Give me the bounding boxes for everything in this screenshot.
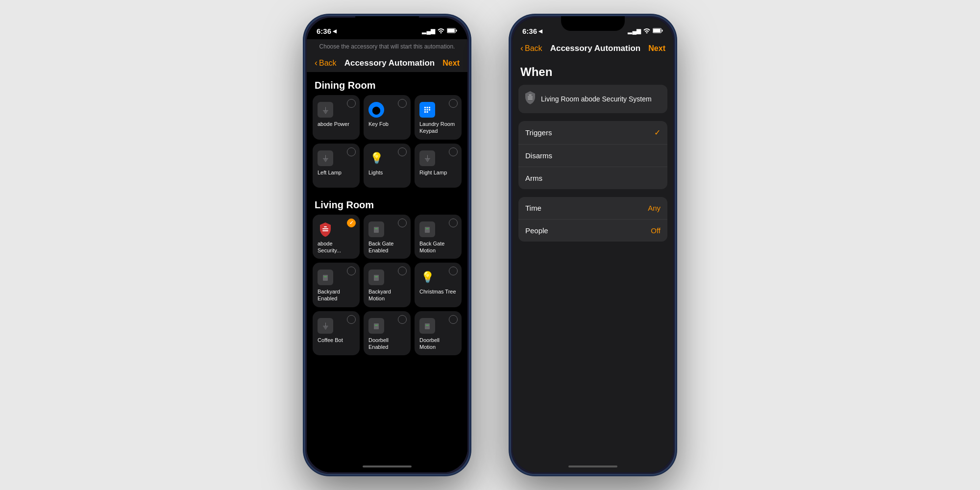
accessory-back-gate-motion[interactable]: Back Gate Motion (415, 215, 462, 259)
sensor-icon-5 (368, 318, 384, 334)
setting-people[interactable]: People Off (518, 220, 667, 242)
label-abode-power: abode Power (318, 121, 349, 127)
svg-rect-26 (324, 278, 327, 279)
accessory-doorbell-enabled[interactable]: Doorbell Enabled (364, 311, 411, 356)
label-coffee-bot: Coffee Bot (318, 337, 343, 343)
settings-group: Time Any People Off (518, 197, 667, 242)
icon-doorbell-enabled (368, 318, 384, 334)
nav-title-2: Accessory Automation (550, 44, 641, 53)
lamp-icon-2: 💡 (419, 270, 435, 285)
phone-2: 6:36 ◀ ▂▄▆ ‹ Back Accessory A (510, 15, 676, 475)
setting-time[interactable]: Time Any (518, 197, 667, 220)
icon-key-fob: ⬤ (368, 102, 384, 118)
label-left-lamp: Left Lamp (318, 169, 342, 176)
accessory-backyard-motion[interactable]: Backyard Motion (364, 263, 411, 307)
svg-rect-2 (447, 29, 455, 32)
accessory-lights[interactable]: 💡 Lights (364, 144, 411, 188)
svg-rect-43 (528, 98, 533, 99)
svg-rect-40 (662, 29, 663, 31)
icon-doorbell-motion (419, 318, 435, 334)
icon-laundry-keypad (419, 102, 435, 118)
radio-laundry-keypad (449, 99, 458, 108)
svg-rect-30 (375, 278, 378, 279)
dining-room-grid: ⏚ abode Power ⬤ Key Fob (307, 95, 467, 192)
svg-rect-41 (653, 29, 661, 32)
section-living-room: Living Room (307, 192, 467, 215)
icon-backyard-motion (368, 270, 384, 285)
svg-rect-18 (375, 230, 378, 231)
status-time-2: 6:36 ◀ (522, 27, 542, 35)
accessory-abode-security[interactable]: abode Security... (313, 215, 360, 259)
label-back-gate-motion: Back Gate Motion (419, 240, 457, 254)
icon-lights: 💡 (368, 150, 384, 166)
option-arms[interactable]: Arms (518, 167, 667, 189)
svg-rect-6 (429, 107, 430, 108)
icon-abode-security (318, 221, 333, 237)
device-row: Living Room abode Security System (518, 85, 667, 113)
accessory-right-lamp[interactable]: ⏚ Right Lamp (415, 144, 462, 188)
back-button-2[interactable]: ‹ Back (520, 43, 542, 53)
keypad-icon (419, 102, 435, 118)
screen-1: Choose the accessory that will start thi… (307, 39, 467, 472)
when-title: When (513, 57, 673, 85)
keyfob-icon: ⬤ (368, 102, 384, 118)
icon-abode-power: ⏚ (318, 102, 333, 118)
back-button-1[interactable]: ‹ Back (315, 58, 337, 68)
nav-bar-1: ‹ Back Accessory Automation Next (307, 54, 467, 72)
radio-doorbell-motion (449, 315, 458, 324)
battery-icon-1 (447, 28, 458, 34)
accessory-key-fob[interactable]: ⬤ Key Fob (364, 95, 411, 140)
accessory-coffee-bot[interactable]: ⏚ Coffee Bot (313, 311, 360, 356)
battery-icon-2 (653, 28, 663, 34)
svg-rect-44 (529, 95, 532, 96)
section-dining-room: Dining Room (307, 72, 467, 95)
label-lights: Lights (368, 169, 383, 176)
device-name-text: Living Room abode Security System (541, 95, 652, 103)
outlet-icon-1: ⏚ (318, 102, 333, 118)
scroll-content-2[interactable]: When Living Room abode Security System (513, 57, 673, 461)
svg-rect-4 (424, 107, 426, 108)
accessory-doorbell-motion[interactable]: Doorbell Motion (415, 311, 462, 356)
svg-rect-11 (427, 111, 428, 113)
device-security-icon (524, 91, 536, 107)
next-button-2[interactable]: Next (648, 44, 665, 53)
options-group: Triggers ✓ Disarms Arms (518, 121, 667, 189)
accessory-christmas-tree[interactable]: 💡 Christmas Tree (415, 263, 462, 307)
radio-back-gate-enabled (398, 219, 407, 227)
status-time-1: 6:36 ◀ (317, 27, 337, 35)
scroll-content-1[interactable]: Dining Room ⏚ abode Power ⬤ (307, 72, 467, 461)
label-key-fob: Key Fob (368, 121, 389, 127)
living-room-grid: abode Security... Back Gate Enabled (307, 215, 467, 360)
back-chevron-2: ‹ (520, 43, 523, 53)
sensor-icon-2 (419, 221, 435, 237)
location-icon-1: ◀ (333, 28, 337, 34)
setting-time-label: Time (525, 204, 541, 212)
home-indicator-2 (513, 461, 673, 472)
phone-1: 6:36 ◀ ▂▄▆ Choose the accessory that wil… (304, 15, 470, 475)
option-disarms[interactable]: Disarms (518, 145, 667, 167)
icon-back-gate-motion (419, 221, 435, 237)
svg-rect-8 (427, 109, 428, 111)
setting-people-value: Off (651, 226, 661, 235)
sensor-icon-6 (419, 318, 435, 334)
sensor-icon-1 (368, 221, 384, 237)
wifi-icon-1 (438, 28, 444, 34)
svg-rect-25 (324, 276, 327, 277)
label-back-gate-enabled: Back Gate Enabled (368, 240, 406, 254)
radio-key-fob (398, 99, 407, 108)
svg-rect-5 (427, 107, 428, 108)
nav-bar-2: ‹ Back Accessory Automation Next (513, 39, 673, 57)
accessory-laundry-keypad[interactable]: Laundry Room Keypad (415, 95, 462, 140)
home-indicator-1 (307, 461, 467, 472)
outlet-icon-3: ⏚ (419, 150, 435, 166)
option-triggers-check: ✓ (654, 128, 661, 137)
svg-rect-22 (426, 230, 429, 231)
option-triggers[interactable]: Triggers ✓ (518, 121, 667, 145)
accessory-back-gate-enabled[interactable]: Back Gate Enabled (364, 215, 411, 259)
radio-abode-security (347, 219, 356, 227)
svg-rect-29 (375, 276, 378, 277)
accessory-left-lamp[interactable]: ⏚ Left Lamp (313, 144, 360, 188)
accessory-abode-power[interactable]: ⏚ abode Power (313, 95, 360, 140)
accessory-backyard-enabled[interactable]: Backyard Enabled (313, 263, 360, 307)
next-button-1[interactable]: Next (442, 59, 460, 68)
